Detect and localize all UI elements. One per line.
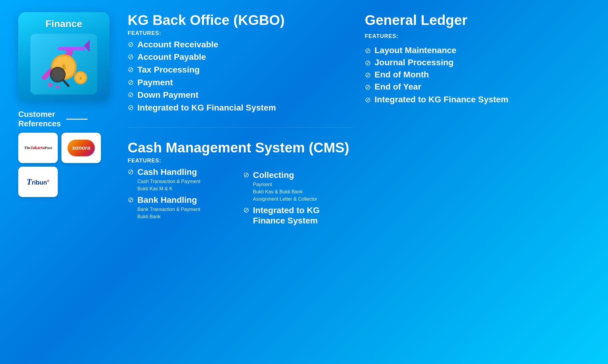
check-icon-collecting: ⊘ <box>243 171 249 179</box>
svg-marker-12 <box>47 82 53 87</box>
cms-bank-title: Bank Handling <box>137 195 200 205</box>
check-icon-4: ⊘ <box>128 78 134 87</box>
svg-marker-13 <box>55 84 60 89</box>
check-icon-3: ⊘ <box>128 65 134 74</box>
kgbo-feature-text-2: Account Payable <box>137 52 206 62</box>
gl-features-label: FEATURES: <box>365 33 590 39</box>
check-icon-gl-4: ⊘ <box>365 83 371 91</box>
cms-feature-bank: ⊘ Bank Handling Bank Transaction & Payme… <box>128 195 237 220</box>
logo-jakarta-post: TheJakartaPost <box>18 133 58 163</box>
gl-features-list: ⊘ Layout Maintenance ⊘ Journal Processin… <box>365 46 590 105</box>
kgbo-feature-2: ⊘ Account Payable <box>128 52 353 62</box>
check-icon-bank: ⊘ <box>128 196 134 204</box>
cms-cash-sub: Cash Transaction & PaymentBukti Kas M & … <box>137 178 200 192</box>
gl-feature-4: ⊘ End of Year <box>365 82 590 92</box>
gl-feature-3: ⊘ End of Month <box>365 70 590 80</box>
finance-card-title: Finance <box>46 18 82 29</box>
cms-features-label: FEATURES: <box>128 158 353 164</box>
kgbo-features-label: FEATURES: <box>128 30 353 36</box>
check-icon-1: ⊘ <box>128 40 134 49</box>
middle-panel: KG Back Office (KGBO) FEATURES: ⊘ Accoun… <box>128 12 353 352</box>
kgbo-feature-text-5: Down Payment <box>137 90 199 100</box>
kgbo-title: KG Back Office (KGBO) <box>128 12 353 28</box>
cms-feature-collecting: ⊘ Collecting PaymentBukti Kas & Bukti Ba… <box>243 170 353 203</box>
svg-line-11 <box>63 80 68 86</box>
cms-collecting-sub: PaymentBukti Kas & Bukti BankAssignment … <box>253 181 317 203</box>
right-panel: General Ledger FEATURES: ⊘ Layout Mainte… <box>365 12 590 352</box>
title-line <box>66 119 88 120</box>
gl-feature-text-1: Layout Maintenance <box>375 46 456 55</box>
gl-feature-text-3: End of Month <box>375 70 429 80</box>
gl-feature-1: ⊘ Layout Maintenance <box>365 46 590 55</box>
check-icon-gl-5: ⊘ <box>365 96 371 104</box>
logo-tribun: Tribun© <box>18 167 58 197</box>
section-divider <box>128 127 353 128</box>
kgbo-feature-1: ⊘ Account Receivable <box>128 39 353 50</box>
check-icon-integrated-cms: ⊘ <box>243 206 249 214</box>
gl-feature-text-5: Integrated to KG Finance System <box>375 94 508 105</box>
svg-marker-14 <box>84 40 90 52</box>
check-icon-gl-1: ⊘ <box>365 46 371 55</box>
svg-point-10 <box>52 69 64 81</box>
kgbo-section: KG Back Office (KGBO) FEATURES: ⊘ Accoun… <box>128 12 353 115</box>
left-panel: Finance $ <box>18 12 116 352</box>
check-icon-5: ⊘ <box>128 90 134 99</box>
cms-collecting-title: Collecting <box>253 170 317 180</box>
kgbo-feature-text-3: Tax Processing <box>137 65 200 75</box>
cms-title: Cash Management System (CMS) <box>128 140 353 156</box>
sonora-logo-inner: sonora <box>67 140 95 156</box>
kgbo-features-list: ⊘ Account Receivable ⊘ Account Payable ⊘… <box>128 39 353 113</box>
customer-title: Customer References <box>18 110 101 128</box>
svg-rect-15 <box>58 47 85 50</box>
check-icon-gl-3: ⊘ <box>365 71 371 79</box>
cms-feature-cash: ⊘ Cash Handling Cash Transaction & Payme… <box>128 167 237 192</box>
check-icon-2: ⊘ <box>128 53 134 61</box>
gl-title: General Ledger <box>365 12 590 28</box>
customer-section: Customer References TheJakartaPost sonor… <box>18 110 101 197</box>
cms-cash-title: Cash Handling <box>137 167 200 177</box>
kgbo-feature-text-1: Account Receivable <box>137 39 218 50</box>
check-icon-gl-2: ⊘ <box>365 59 371 67</box>
kgbo-feature-6: ⊘ Integrated to KG Financial System <box>128 103 353 113</box>
kgbo-feature-3: ⊘ Tax Processing <box>128 65 353 75</box>
gl-feature-2: ⊘ Journal Processing <box>365 58 590 67</box>
cms-left: ⊘ Cash Handling Cash Transaction & Payme… <box>128 167 237 228</box>
kgbo-feature-5: ⊘ Down Payment <box>128 90 353 100</box>
cms-section: Cash Management System (CMS) FEATURES: ⊘… <box>128 140 353 228</box>
gl-feature-5: ⊘ Integrated to KG Finance System <box>365 94 590 105</box>
svg-text:$: $ <box>79 76 82 80</box>
cms-bank-sub: Bank Transaction & PaymentBukti Bank <box>137 206 200 220</box>
check-icon-cash: ⊘ <box>128 168 134 176</box>
check-icon-6: ⊘ <box>128 103 134 112</box>
cms-feature-integrated: ⊘ Integrated to KG Finance System <box>243 205 353 226</box>
finance-illustration: $ $ <box>30 34 97 94</box>
logo-sonora: sonora <box>61 133 101 163</box>
cms-right: ⊘ Collecting PaymentBukti Kas & Bukti Ba… <box>243 167 353 228</box>
kgbo-feature-text-4: Payment <box>137 77 173 88</box>
gl-feature-text-2: Journal Processing <box>375 58 454 67</box>
gl-feature-text-4: End of Year <box>375 82 421 92</box>
kgbo-feature-4: ⊘ Payment <box>128 77 353 88</box>
cms-integrated-title: Integrated to KG Finance System <box>253 205 353 226</box>
cms-columns: ⊘ Cash Handling Cash Transaction & Payme… <box>128 167 353 228</box>
finance-card: Finance $ <box>18 12 109 100</box>
logo-grid: TheJakartaPost sonora Tribun© <box>18 133 101 197</box>
kgbo-feature-text-6: Integrated to KG Financial System <box>137 103 276 113</box>
